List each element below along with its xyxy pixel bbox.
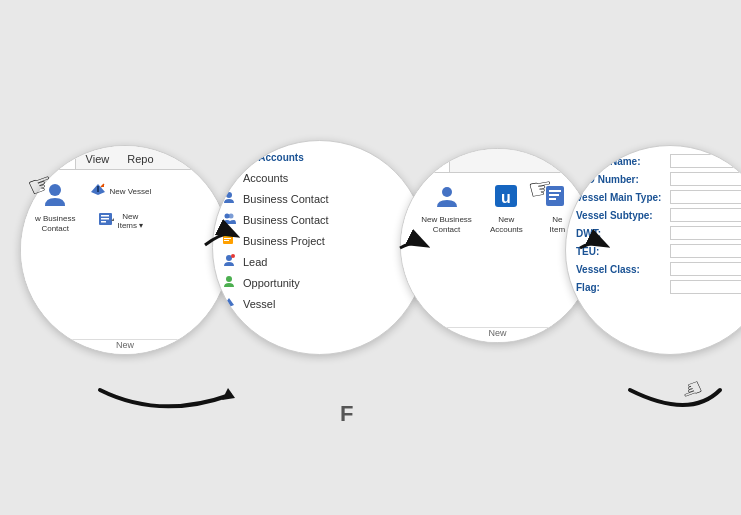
prop-row-vessel-class: Vessel Class: (576, 262, 741, 276)
flag-label: Flag: (576, 282, 666, 293)
vessel-class-label: Vessel Class: (576, 264, 666, 275)
prop-row-subtype: Vessel Subtype: (576, 208, 741, 222)
vessel-menu-icon (221, 295, 237, 312)
ribbon-tabs-1: Home View Repo (21, 146, 229, 170)
menu-item-accounts[interactable]: A Accounts (217, 167, 422, 188)
prop-row-dwt: DWT: (576, 226, 741, 240)
circle-panel-2: A Ae Accounts A Accounts Business Contac… (212, 140, 427, 355)
lead-icon (221, 253, 237, 270)
vessel-name-label: Vessel Name: (576, 156, 666, 167)
new-accounts-btn-3[interactable]: u NewAccounts (484, 179, 529, 238)
svg-rect-6 (222, 150, 236, 164)
bottom-label: F (340, 401, 353, 427)
prop-row-main-type: Vessel Main Type: (576, 190, 741, 204)
flag-value[interactable] (670, 280, 741, 294)
svg-rect-16 (224, 240, 229, 241)
svg-rect-14 (225, 233, 231, 237)
ribbon-tabs-3: View (401, 149, 594, 173)
new-biz-contact-btn-3[interactable]: New BusinessContact (415, 179, 478, 238)
svg-point-10 (226, 192, 232, 198)
svg-point-12 (229, 214, 234, 219)
circle-panel-1: Home View Repo w BusinessContact (20, 145, 230, 355)
new-item-label-3: NeItem (550, 215, 566, 234)
svg-rect-3 (101, 215, 109, 217)
new-items-btn[interactable]: NewItems ▾ (85, 208, 155, 234)
svg-text:A: A (226, 172, 233, 182)
svg-rect-15 (224, 238, 231, 239)
svg-rect-5 (101, 221, 106, 223)
menu-section-header: A Ae Accounts (217, 147, 422, 167)
svg-rect-1 (97, 186, 99, 192)
page-background: ☞ ☞ ☞ Home View Repo (0, 0, 741, 515)
items-icon (97, 210, 115, 232)
teu-value[interactable] (670, 244, 741, 258)
menu-item-business-contact-1[interactable]: Business Contact (217, 188, 422, 209)
new-vessel-label: New Vessel (109, 187, 151, 196)
accounts-header-icon: A (221, 149, 237, 165)
vessel-name-value[interactable] (670, 154, 741, 168)
svg-point-19 (226, 276, 232, 282)
subtype-label: Vessel Subtype: (576, 210, 666, 221)
opportunity-icon (221, 274, 237, 291)
menu-item-business-contact-2[interactable]: Business Contact (217, 209, 422, 230)
svg-text:A: A (225, 152, 232, 163)
imo-value[interactable] (670, 172, 741, 186)
menu-item-business-project[interactable]: Business Project (217, 230, 422, 251)
teu-label: TEU: (576, 246, 666, 257)
new-accounts-label-3: NewAccounts (490, 215, 523, 234)
new-group-label-3: New (409, 328, 586, 338)
new-bc-label-1: w BusinessContact (35, 214, 75, 233)
svg-rect-8 (223, 170, 235, 182)
biz-project-icon (221, 232, 237, 249)
biz-contact-icon-2 (221, 211, 237, 228)
accounts-icon: A (221, 169, 237, 186)
menu-item-opportunity[interactable]: Opportunity (217, 272, 422, 293)
new-group-label-1: New (29, 340, 221, 350)
subtype-value[interactable] (670, 208, 741, 222)
imo-label: IMO Number: (576, 174, 666, 185)
tab-view-3[interactable]: View (407, 153, 450, 172)
new-vessel-btn[interactable]: New Vessel (85, 178, 155, 204)
properties-panel: Vessel Name: IMO Number: Vessel Main Typ… (566, 146, 741, 354)
cursor-hand-3: ☞ (676, 372, 706, 406)
tab-view-1[interactable]: View (78, 150, 118, 169)
svg-rect-4 (101, 218, 109, 220)
vessel-icon (89, 180, 107, 202)
circle-panel-4: Vessel Name: IMO Number: Vessel Main Typ… (565, 145, 741, 355)
new-items-label: NewItems ▾ (117, 212, 143, 230)
svg-point-18 (231, 254, 235, 258)
prop-row-flag: Flag: (576, 280, 741, 294)
biz-contact-icon-3 (434, 183, 460, 213)
dwt-value[interactable] (670, 226, 741, 240)
new-bc-label-3: New BusinessContact (421, 215, 472, 234)
prop-row-vessel-name: Vessel Name: (576, 154, 741, 168)
menu-item-vessel[interactable]: Vessel (217, 293, 422, 314)
svg-text:u: u (501, 189, 511, 206)
tab-repo[interactable]: Repo (119, 150, 161, 169)
svg-point-20 (442, 187, 452, 197)
dropdown-menu: A Ae Accounts A Accounts Business Contac… (213, 141, 426, 354)
vessel-class-value[interactable] (670, 262, 741, 276)
tab-home[interactable]: Home (27, 150, 76, 169)
prop-row-imo: IMO Number: (576, 172, 741, 186)
menu-item-lead[interactable]: Lead (217, 251, 422, 272)
biz-contact-icon-1 (221, 190, 237, 207)
main-type-label: Vessel Main Type: (576, 192, 666, 203)
accounts-icon-3: u (493, 183, 519, 213)
main-type-value[interactable] (670, 190, 741, 204)
prop-row-teu: TEU: (576, 244, 741, 258)
dwt-label: DWT: (576, 228, 666, 239)
